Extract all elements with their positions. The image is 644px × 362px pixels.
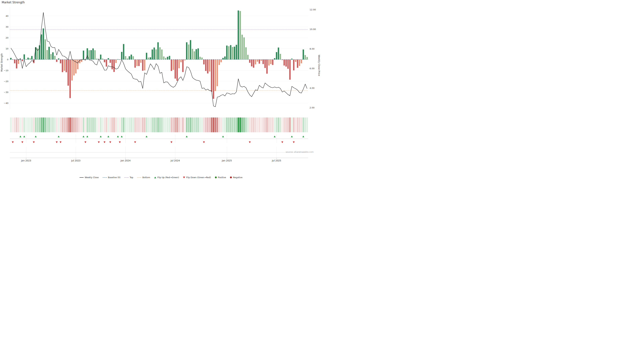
svg-text:6.00: 6.00 [310, 67, 314, 70]
flip-marker-panel [10, 134, 308, 143]
legend-label: Flip Down (Green→Red) [186, 176, 211, 179]
top-dotted-icon [124, 177, 128, 178]
svg-text:40: 40 [6, 15, 8, 17]
strength-bars [10, 10, 308, 99]
svg-text:2.00: 2.00 [310, 106, 314, 109]
flip-down-triangle-icon [183, 177, 185, 178]
svg-text:−40: −40 [4, 102, 8, 104]
svg-text:−30: −30 [4, 91, 8, 93]
legend-label: Flip Up (Red→Green) [157, 176, 179, 179]
source-credit: source: sharemaestro.com [286, 151, 314, 153]
legend-label: Negative [233, 176, 242, 179]
svg-text:10: 10 [6, 47, 8, 50]
chart-legend: Weekly Close Baseline (0) Top Bottom Fli… [80, 176, 242, 179]
legend-label: Top [130, 176, 133, 179]
positive-dot-icon [215, 176, 217, 178]
weekly-close-line-icon [80, 177, 84, 178]
svg-text:Jan 2024: Jan 2024 [120, 159, 130, 162]
svg-text:4.00: 4.00 [310, 87, 314, 89]
svg-text:0: 0 [7, 58, 8, 61]
negative-dot-icon [230, 176, 232, 178]
legend-item-flip-up: Flip Up (Red→Green) [154, 176, 179, 179]
svg-text:Jan 2025: Jan 2025 [222, 159, 232, 162]
legend-label: Weekly Close [85, 176, 98, 179]
date-axis-panel: Jan 2023Jul 2023Jan 2024Jul 2024Jan 2025… [10, 147, 308, 162]
legend-item-weekly-close: Weekly Close [80, 176, 98, 179]
legend-label: Bottom [142, 176, 150, 179]
legend-item-baseline: Baseline (0) [103, 176, 120, 179]
legend-item-top: Top [124, 176, 133, 179]
svg-text:Jul 2025: Jul 2025 [272, 159, 281, 162]
svg-text:−10: −10 [4, 69, 8, 72]
svg-text:Jan 2023: Jan 2023 [21, 159, 31, 162]
svg-text:−20: −20 [4, 80, 8, 83]
flip-up-triangle-icon [154, 177, 156, 178]
svg-text:Jul 2023: Jul 2023 [71, 159, 80, 162]
legend-item-bottom: Bottom [137, 176, 150, 179]
legend-item-flip-down: Flip Down (Green→Red) [183, 176, 211, 179]
svg-text:Jul 2024: Jul 2024 [170, 159, 180, 162]
legend-item-negative: Negative [230, 176, 242, 179]
bottom-dotted-icon [137, 177, 141, 178]
svg-text:12.00: 12.00 [310, 8, 316, 11]
legend-item-positive: Positive [215, 176, 226, 179]
legend-label: Baseline (0) [108, 176, 120, 179]
baseline-dash-icon [103, 177, 107, 178]
svg-text:10.00: 10.00 [310, 28, 316, 30]
legend-label: Positive [218, 176, 226, 179]
market-strength-chart: 403020100−10−20−30−4012.0010.008.006.004… [0, 0, 322, 174]
svg-text:30: 30 [6, 26, 8, 28]
svg-text:8.00: 8.00 [310, 48, 314, 50]
heatmap-strip [10, 117, 308, 132]
market-strength-dashboard: Market Strength Market Strength Weekly C… [0, 0, 322, 181]
svg-text:20: 20 [6, 36, 8, 39]
